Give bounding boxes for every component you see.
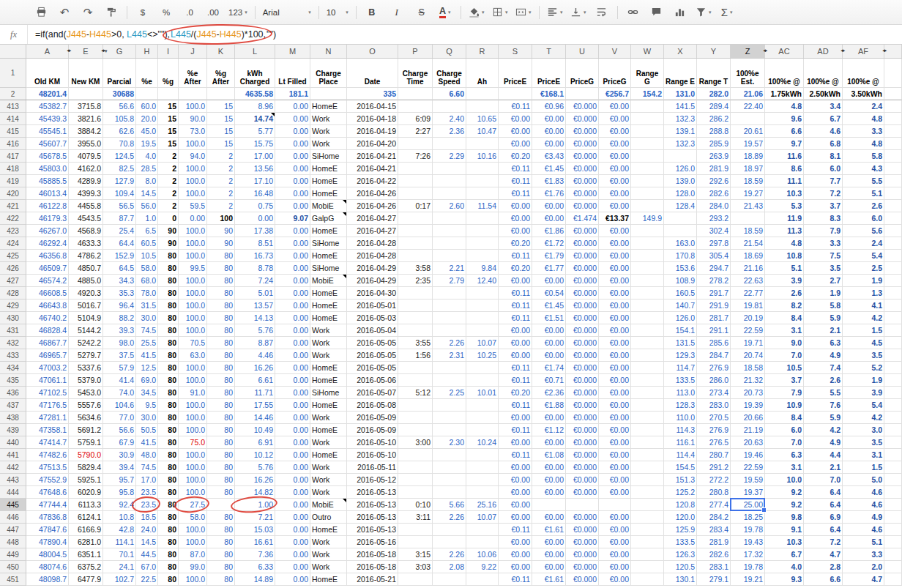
cell-S442[interactable]: €0.00: [499, 461, 532, 474]
cell-L438[interactable]: 14.46: [235, 412, 275, 424]
row-header-414[interactable]: 414: [0, 113, 26, 125]
cell-x435[interactable]: [884, 374, 902, 387]
cell-P431[interactable]: [398, 324, 433, 337]
cell-U427[interactable]: €0.000: [566, 275, 599, 287]
cell-AF428[interactable]: 1.3: [843, 287, 884, 299]
cell-H414[interactable]: 20.0: [136, 113, 158, 125]
cell-L1[interactable]: kWh Charged: [235, 59, 275, 88]
cell-Y440[interactable]: 276.5: [697, 436, 731, 449]
cell-T434[interactable]: €1.74: [532, 362, 566, 374]
cell-W432[interactable]: [631, 337, 664, 349]
cell-AD416[interactable]: 6.8: [804, 138, 843, 150]
cell-AC445[interactable]: 9.2: [765, 499, 804, 511]
cell-M451[interactable]: 0.00: [275, 573, 310, 586]
cell-AD433[interactable]: 4.9: [804, 349, 843, 362]
cell-E427[interactable]: 4885.0: [69, 275, 103, 287]
cell-I421[interactable]: 2: [158, 200, 179, 212]
cell-Y430[interactable]: 281.7: [697, 312, 731, 324]
cell-W437[interactable]: [631, 399, 664, 412]
cell-A422[interactable]: 46179.3: [26, 212, 69, 225]
cell-AF440[interactable]: 3.5: [843, 436, 884, 449]
cell-W446[interactable]: [631, 511, 664, 524]
cell-G436[interactable]: 74.0: [103, 387, 136, 399]
cell-K450[interactable]: 80: [207, 561, 235, 573]
cell-Q426[interactable]: 2.21: [433, 262, 466, 275]
cell-X438[interactable]: 110.0: [664, 412, 697, 424]
cell-AC438[interactable]: 8.4: [765, 412, 804, 424]
cell-W417[interactable]: [631, 150, 664, 163]
cell-W431[interactable]: [631, 324, 664, 337]
italic-button[interactable]: I: [384, 4, 409, 21]
cell-L429[interactable]: 13.57: [235, 299, 275, 312]
cell-H413[interactable]: 60.0: [136, 100, 158, 113]
cell-J444[interactable]: 100.0: [179, 486, 207, 499]
cell-S437[interactable]: €0.11: [499, 399, 532, 412]
cell-P413[interactable]: [398, 100, 433, 113]
cell-P436[interactable]: 5:12: [398, 387, 433, 399]
cell-N438[interactable]: Work: [310, 412, 347, 424]
cell-V448[interactable]: €0.00: [599, 536, 631, 548]
cell-AF421[interactable]: 2.6: [843, 200, 884, 212]
cell-K419[interactable]: 2: [207, 175, 235, 187]
cell-Y421[interactable]: 284.0: [697, 200, 731, 212]
cell-S2[interactable]: [499, 88, 532, 100]
cell-T2[interactable]: €168.1: [532, 88, 566, 100]
cell-L433[interactable]: 4.46: [235, 349, 275, 362]
cell-Z425[interactable]: 18.69: [731, 250, 765, 262]
cell-Q425[interactable]: [433, 250, 466, 262]
cell-G425[interactable]: 152.9: [103, 250, 136, 262]
cell-x427[interactable]: [884, 275, 902, 287]
cell-I2[interactable]: [158, 88, 179, 100]
cell-AC426[interactable]: 5.1: [765, 262, 804, 275]
cell-O451[interactable]: 2016-05-21: [347, 573, 398, 586]
cell-U446[interactable]: €0.000: [566, 511, 599, 524]
cell-x449[interactable]: [884, 548, 902, 561]
cell-E430[interactable]: 5104.9: [69, 312, 103, 324]
cell-AC447[interactable]: 9.1: [765, 524, 804, 536]
cell-S436[interactable]: €0.20: [499, 387, 532, 399]
cell-I417[interactable]: 2: [158, 150, 179, 163]
cell-I439[interactable]: 80: [158, 424, 179, 436]
cell-N433[interactable]: Work: [310, 349, 347, 362]
cell-T437[interactable]: €1.88: [532, 399, 566, 412]
cell-M449[interactable]: 0.00: [275, 548, 310, 561]
cell-AD448[interactable]: 7.2: [804, 536, 843, 548]
cell-W420[interactable]: [631, 187, 664, 200]
cell-H447[interactable]: 24.0: [136, 524, 158, 536]
cell-AD419[interactable]: 7.7: [804, 175, 843, 187]
cell-I444[interactable]: 80: [158, 486, 179, 499]
cell-Z415[interactable]: 20.61: [731, 125, 765, 138]
font-family-select[interactable]: Arial ▾: [260, 4, 314, 21]
cell-L437[interactable]: 17.55: [235, 399, 275, 412]
hidden-columns-marker[interactable]: ◂▸: [763, 48, 767, 53]
cell-N414[interactable]: Work: [310, 113, 347, 125]
cell-R420[interactable]: [466, 187, 499, 200]
cell-AC444[interactable]: 9.2: [765, 486, 804, 499]
row-header-423[interactable]: 423: [0, 225, 26, 237]
cell-AF415[interactable]: 3.3: [843, 125, 884, 138]
cell-P451[interactable]: [398, 573, 433, 586]
cell-U415[interactable]: €0.000: [566, 125, 599, 138]
cell-Q423[interactable]: [433, 225, 466, 237]
cell-A431[interactable]: 46828.4: [26, 324, 69, 337]
cell-S444[interactable]: €0.00: [499, 486, 532, 499]
cell-K430[interactable]: 80: [207, 312, 235, 324]
cell-x431[interactable]: [884, 324, 902, 337]
cell-N422[interactable]: GalpG: [310, 212, 347, 225]
cell-I418[interactable]: 2: [158, 163, 179, 175]
cell-x418[interactable]: [884, 163, 902, 175]
cell-S446[interactable]: €0.00: [499, 511, 532, 524]
cell-H418[interactable]: 28.5: [136, 163, 158, 175]
cell-T447[interactable]: €1.61: [532, 524, 566, 536]
cell-Z428[interactable]: 22.77: [731, 287, 765, 299]
row-header-433[interactable]: 433: [0, 349, 26, 362]
cell-AC422[interactable]: 11.9: [765, 212, 804, 225]
cell-Y2[interactable]: 282.0: [697, 88, 731, 100]
cell-S419[interactable]: €0.11: [499, 175, 532, 187]
cell-G424[interactable]: 64.4: [103, 237, 136, 250]
cell-AC430[interactable]: 8.4: [765, 312, 804, 324]
cell-AC2[interactable]: 1.75kWh: [765, 88, 804, 100]
select-all-corner[interactable]: [0, 45, 26, 58]
borders-button[interactable]: ▾: [489, 4, 511, 21]
cell-T428[interactable]: €0.54: [532, 287, 566, 299]
